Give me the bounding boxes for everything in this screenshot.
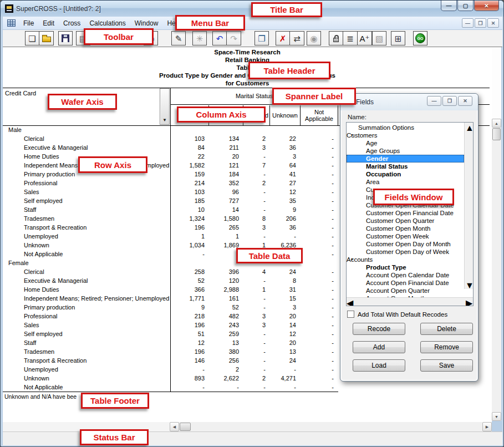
fields-close-button[interactable]: ✕: [458, 96, 472, 106]
field-item-area[interactable]: Area: [347, 178, 464, 186]
fields-window-titlebar[interactable]: Fields —❐✕: [340, 94, 478, 110]
table-cell[interactable]: 1: [209, 232, 243, 241]
table-cell[interactable]: 24: [270, 356, 301, 365]
table-cell[interactable]: -: [301, 179, 338, 187]
font-increase-button[interactable]: A⁺: [358, 31, 372, 45]
table-cell[interactable]: 196: [170, 321, 209, 329]
fill-diagonal-button[interactable]: ▧: [372, 31, 386, 45]
table-cell[interactable]: 3: [243, 312, 270, 321]
table-cell[interactable]: 24: [270, 267, 301, 276]
field-item-customer-open-quarter[interactable]: Customer Open Quarter: [347, 217, 464, 225]
table-cell[interactable]: -: [170, 365, 209, 374]
row-axis-label[interactable]: Sales: [3, 321, 170, 329]
mdi-restore-button[interactable]: ❐: [475, 18, 486, 28]
field-item-customers[interactable]: ▾Customers: [347, 131, 464, 139]
row-axis-label[interactable]: Not Applicable: [3, 250, 170, 258]
table-cell[interactable]: -: [301, 152, 338, 161]
mdi-minimize-button[interactable]: —: [462, 18, 474, 28]
row-axis-label[interactable]: Executive & Managerial: [3, 143, 170, 152]
menu-edit[interactable]: Edit: [38, 18, 59, 29]
row-axis-label[interactable]: Self employed: [3, 329, 170, 338]
hscroll-thumb[interactable]: [180, 423, 191, 431]
table-cell[interactable]: 22: [270, 134, 301, 143]
table-cell[interactable]: 15: [270, 294, 301, 303]
fields-vscroll-thumb[interactable]: [465, 132, 472, 144]
field-item-customer-open-week[interactable]: Customer Open Week: [347, 232, 464, 240]
table-cell[interactable]: 3: [243, 321, 270, 329]
fields-hscrollbar[interactable]: ◀ ▶: [347, 297, 474, 306]
table-cell[interactable]: 3: [270, 152, 301, 161]
table-cell[interactable]: -: [301, 223, 338, 232]
document-grid-icon[interactable]: [7, 19, 16, 27]
add-button[interactable]: Add: [353, 341, 405, 353]
table-cell[interactable]: 1,582: [170, 161, 209, 170]
table-cell[interactable]: 727: [209, 196, 243, 205]
table-cell[interactable]: 380: [209, 347, 243, 356]
table-cell[interactable]: -: [301, 312, 338, 321]
field-item-summation-options[interactable]: Summation Options: [347, 124, 464, 131]
menu-calculations[interactable]: Calculations: [85, 18, 130, 29]
field-item-occupation[interactable]: Occupation: [347, 170, 464, 178]
field-item-age-groups[interactable]: Age Groups: [347, 147, 464, 155]
table-cell[interactable]: 2: [243, 134, 270, 143]
table-cell[interactable]: 120: [209, 276, 243, 285]
target-marker-button[interactable]: ◉: [307, 31, 321, 45]
undo-button[interactable]: ↶: [212, 31, 227, 45]
vscroll-thumb[interactable]: [492, 128, 501, 140]
table-cell[interactable]: 22: [170, 152, 209, 161]
field-item-age[interactable]: Age: [347, 139, 464, 147]
add-summation-button[interactable]: ⊞: [391, 31, 405, 45]
table-cell[interactable]: -: [301, 205, 338, 214]
scroll-up-icon[interactable]: ▲: [492, 119, 501, 128]
table-cell[interactable]: 893: [170, 374, 209, 383]
row-axis-label[interactable]: Primary production: [3, 303, 170, 312]
remove-button[interactable]: Remove: [420, 341, 473, 353]
table-cell[interactable]: 36: [270, 143, 301, 152]
edit-table-button[interactable]: ✎: [171, 31, 186, 45]
table-cell[interactable]: -: [243, 276, 270, 285]
table-cell[interactable]: 9: [170, 303, 209, 312]
table-cell[interactable]: -: [301, 321, 338, 329]
table-cell[interactable]: -: [301, 232, 338, 241]
field-item-marital-status[interactable]: Marital Status: [347, 162, 464, 170]
field-options-button[interactable]: ≣: [343, 31, 358, 45]
table-cell[interactable]: -: [243, 338, 270, 347]
table-cell[interactable]: -: [301, 338, 338, 347]
field-item-accounts[interactable]: ▾Accounts: [347, 256, 464, 263]
table-cell[interactable]: 20: [270, 312, 301, 321]
fields-scroll-down-icon[interactable]: ▼: [465, 281, 473, 288]
table-cell[interactable]: 9: [270, 205, 301, 214]
table-cell[interactable]: -: [301, 143, 338, 152]
table-cell[interactable]: 259: [209, 329, 243, 338]
table-cell[interactable]: 1,324: [170, 214, 209, 223]
table-cell[interactable]: -: [301, 383, 338, 392]
table-cell[interactable]: 84: [170, 143, 209, 152]
expand-arrow-icon[interactable]: ▾: [351, 256, 353, 263]
table-cell[interactable]: 35: [270, 196, 301, 205]
table-cell[interactable]: -: [301, 356, 338, 365]
table-cell[interactable]: 4,271: [270, 374, 301, 383]
table-cell[interactable]: 52: [209, 303, 243, 312]
table-cell[interactable]: 1: [243, 285, 270, 294]
table-cell[interactable]: 184: [209, 170, 243, 179]
minimize-button[interactable]: —: [441, 1, 457, 11]
scroll-down-icon[interactable]: ▼: [492, 412, 501, 421]
row-axis-label[interactable]: Staff: [3, 205, 170, 214]
close-button[interactable]: ✕: [474, 1, 499, 11]
table-cell[interactable]: -: [301, 187, 338, 196]
table-cell[interactable]: -: [301, 276, 338, 285]
table-cell[interactable]: 64: [270, 161, 301, 170]
table-cell[interactable]: 8: [270, 276, 301, 285]
table-cell[interactable]: 36: [270, 223, 301, 232]
table-cell[interactable]: 2: [243, 179, 270, 187]
table-cell[interactable]: 211: [209, 143, 243, 152]
row-axis-label[interactable]: Clerical: [3, 134, 170, 143]
open-file-button[interactable]: [39, 31, 54, 45]
table-cell[interactable]: -: [243, 187, 270, 196]
table-cell[interactable]: 2: [243, 374, 270, 383]
table-cell[interactable]: 20: [209, 152, 243, 161]
table-cell[interactable]: -: [270, 232, 301, 241]
expand-arrow-icon[interactable]: ▾: [351, 131, 353, 139]
row-axis-label[interactable]: Professional: [3, 179, 170, 187]
table-cell[interactable]: 2,988: [209, 285, 243, 294]
